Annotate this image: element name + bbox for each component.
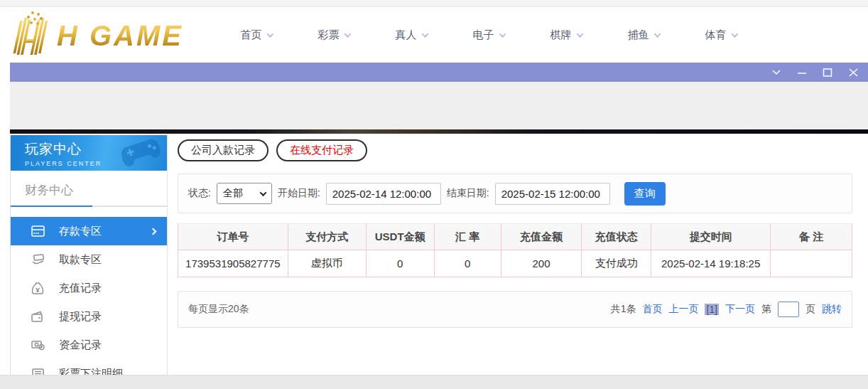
sidebar-menu: 存款专区 取款专区 充值记录 xyxy=(11,217,167,388)
sidebar-item-recharge-records[interactable]: 充值记录 xyxy=(11,274,167,302)
prev-page-link[interactable]: 上一页 xyxy=(668,303,698,316)
tab-label: 在线支付记录 xyxy=(290,144,354,157)
sidebar-item-label: 资金记录 xyxy=(59,339,102,352)
tab-online-payment-records[interactable]: 在线支付记录 xyxy=(276,139,367,161)
cell-usdt-amount: 0 xyxy=(366,250,434,277)
logo-striped-h-icon xyxy=(11,15,53,56)
page-size-text: 每页显示20条 xyxy=(188,303,249,316)
nav-label: 棋牌 xyxy=(550,28,572,42)
tab-label: 公司入款记录 xyxy=(191,144,255,157)
nav-item-lottery[interactable]: 彩票 xyxy=(312,28,356,42)
sidebar-item-withdrawal-records[interactable]: 提现记录 xyxy=(11,302,167,331)
records-table: 订单号 支付方式 USDT金额 汇 率 充值金额 充值状态 提交时间 备 注 1… xyxy=(178,223,852,277)
cell-payment-method: 虚拟币 xyxy=(288,250,366,277)
nav-label: 彩票 xyxy=(318,28,340,42)
cell-submit-time: 2025-02-14 19:18:25 xyxy=(651,250,771,277)
table-header-row: 订单号 支付方式 USDT金额 汇 率 充值金额 充值状态 提交时间 备 注 xyxy=(178,224,852,250)
main-panel: 公司入款记录 在线支付记录 状态: 全部 开始日期: 结束日期: 查询 xyxy=(178,135,852,375)
chevron-down-icon xyxy=(421,31,428,38)
page-gray-band xyxy=(10,82,868,129)
sidebar: 玩家中心 PLAYERS CENTER 财务中心 存款专区 xyxy=(10,135,168,375)
chevron-down-icon xyxy=(576,31,583,38)
start-date-input[interactable] xyxy=(326,183,441,205)
sidebar-item-deposit[interactable]: 存款专区 xyxy=(11,217,167,245)
chevron-down-icon[interactable] xyxy=(769,65,784,80)
wallet-icon xyxy=(31,309,45,324)
cell-order-id: 1739531905827775 xyxy=(178,250,288,277)
hand-card-icon xyxy=(31,252,45,267)
pagination-bar: 每页显示20条 共1条 首页 上一页 [1] 下一页 第 页 跳转 xyxy=(178,291,852,328)
end-date-input[interactable] xyxy=(495,183,610,205)
tab-company-deposit-records[interactable]: 公司入款记录 xyxy=(178,139,268,161)
nav-item-live[interactable]: 真人 xyxy=(389,28,433,42)
page-jump-input[interactable] xyxy=(778,302,799,317)
record-tabs: 公司入款记录 在线支付记录 xyxy=(178,139,852,161)
nav-item-fishing[interactable]: 捕鱼 xyxy=(622,28,666,42)
content-area: 玩家中心 PLAYERS CENTER 财务中心 存款专区 xyxy=(10,134,868,375)
nav-label: 体育 xyxy=(705,28,727,42)
chevron-down-icon xyxy=(266,31,273,38)
jump-prefix-label: 第 xyxy=(761,303,771,316)
end-date-label: 结束日期: xyxy=(447,187,489,200)
nav-label: 真人 xyxy=(396,28,417,42)
site-header: H GAME 首页 彩票 真人 电子 棋牌 捕鱼 体育 xyxy=(0,7,868,63)
logo-sparkle-dots xyxy=(31,11,34,14)
maximize-icon[interactable] xyxy=(820,65,835,80)
nav-item-home[interactable]: 首页 xyxy=(234,28,278,42)
jump-suffix-label: 页 xyxy=(805,303,815,316)
close-icon[interactable] xyxy=(845,65,861,80)
status-select[interactable]: 全部 xyxy=(217,183,272,204)
col-remark: 备 注 xyxy=(771,224,852,250)
status-label: 状态: xyxy=(188,187,211,200)
start-date-label: 开始日期: xyxy=(278,187,320,200)
cell-exchange-rate: 0 xyxy=(434,250,501,277)
chevron-down-icon xyxy=(731,31,738,38)
chevron-down-icon xyxy=(259,189,266,196)
nav-label: 捕鱼 xyxy=(628,28,649,42)
banknote-coin-icon xyxy=(31,338,45,352)
sidebar-item-withdraw-zone[interactable]: 取款专区 xyxy=(11,245,167,274)
nav-label: 电子 xyxy=(473,28,494,42)
current-page-indicator: [1] xyxy=(705,304,719,315)
money-bag-icon xyxy=(31,281,45,295)
next-page-link[interactable]: 下一页 xyxy=(725,303,755,316)
main-nav: 首页 彩票 真人 电子 棋牌 捕鱼 体育 xyxy=(234,7,743,63)
sidebar-item-fund-records[interactable]: 资金记录 xyxy=(11,331,167,359)
logo-text: H GAME xyxy=(57,21,183,50)
status-select-value: 全部 xyxy=(223,187,243,200)
nav-item-sports[interactable]: 体育 xyxy=(699,28,743,42)
chevron-down-icon xyxy=(653,31,661,38)
sidebar-header: 玩家中心 PLAYERS CENTER xyxy=(11,135,167,171)
nav-item-boardgames[interactable]: 棋牌 xyxy=(544,28,588,42)
col-exchange-rate: 汇 率 xyxy=(434,224,501,250)
sidebar-divider xyxy=(11,206,167,207)
sidebar-item-label: 存款专区 xyxy=(59,225,102,238)
table-row: 1739531905827775 虚拟币 0 0 200 支付成功 2025-0… xyxy=(178,250,852,277)
minimize-icon[interactable] xyxy=(794,65,810,80)
col-recharge-amount: 充值金额 xyxy=(501,224,582,250)
nav-label: 首页 xyxy=(241,28,262,42)
chevron-down-icon xyxy=(499,31,506,38)
search-button[interactable]: 查询 xyxy=(624,182,666,206)
chevron-down-icon xyxy=(344,31,351,38)
chevron-right-icon xyxy=(150,228,157,235)
col-recharge-status: 充值状态 xyxy=(582,224,651,250)
sidebar-section-title: 财务中心 xyxy=(11,171,167,206)
cell-recharge-status: 支付成功 xyxy=(582,250,651,277)
page-bottom-strip xyxy=(0,375,868,389)
jump-button[interactable]: 跳转 xyxy=(822,303,842,316)
total-count-text: 共1条 xyxy=(611,303,636,316)
sidebar-item-label: 充值记录 xyxy=(59,282,102,295)
filter-bar: 状态: 全部 开始日期: 结束日期: 查询 xyxy=(178,174,852,213)
pager: 共1条 首页 上一页 [1] 下一页 第 页 跳转 xyxy=(611,302,842,317)
col-submit-time: 提交时间 xyxy=(651,224,771,250)
app-window: H GAME 首页 彩票 真人 电子 棋牌 捕鱼 体育 xyxy=(0,0,868,389)
bank-card-icon xyxy=(31,224,45,238)
col-payment-method: 支付方式 xyxy=(288,224,366,250)
window-titlebar xyxy=(10,63,868,82)
col-usdt-amount: USDT金额 xyxy=(366,224,434,250)
first-page-link[interactable]: 首页 xyxy=(642,303,662,316)
col-order-id: 订单号 xyxy=(178,224,288,250)
site-logo[interactable]: H GAME xyxy=(11,13,183,58)
nav-item-slots[interactable]: 电子 xyxy=(467,28,511,42)
